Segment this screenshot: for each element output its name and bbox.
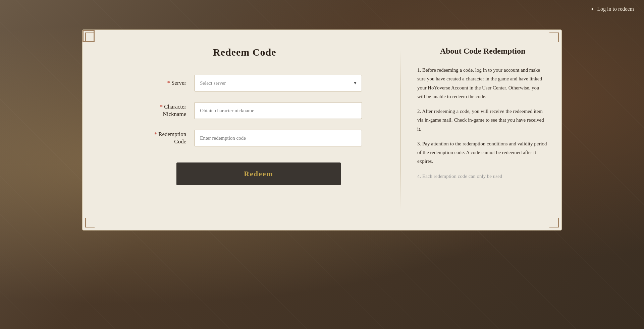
nickname-label: *CharacterNickname [127, 103, 194, 118]
corner-br-decoration [549, 218, 559, 227]
info-point-1: 1. Before redeeming a code, log in to yo… [417, 66, 548, 101]
redemption-code-input[interactable] [194, 130, 362, 146]
main-card: Redeem Code *Server Select server Americ… [82, 29, 562, 231]
server-required-marker: * [167, 80, 170, 86]
star-icon: ✦ [590, 6, 594, 12]
info-title: About Code Redemption [417, 47, 548, 56]
info-point-3: 3. Pay attention to the redemption condi… [417, 139, 548, 166]
server-select-wrapper: Select server America Europe Asia TW/HK/… [194, 75, 362, 91]
server-form-group: *Server Select server America Europe Asi… [127, 75, 362, 91]
redemption-label: *RedemptionCode [127, 131, 194, 145]
nickname-input[interactable] [194, 102, 362, 119]
info-point-2: 2. After redeeming a code, you will rece… [417, 107, 548, 133]
left-panel: Redeem Code *Server Select server Americ… [83, 30, 400, 230]
corner-tr-decoration [549, 32, 559, 42]
login-label: Log in to redeem [597, 6, 634, 12]
redemption-required-marker: * [154, 131, 157, 137]
info-content: 1. Before redeeming a code, log in to yo… [417, 66, 548, 181]
server-select[interactable]: Select server America Europe Asia TW/HK/… [194, 75, 362, 91]
corner-bl-decoration [85, 218, 95, 227]
server-label: *Server [127, 79, 194, 87]
redemption-form-group: *RedemptionCode [127, 130, 362, 146]
login-button[interactable]: ✦ Log in to redeem [580, 0, 644, 18]
info-point-4: 4. Each redemption code can only be used [417, 172, 548, 181]
nickname-form-group: *CharacterNickname [127, 102, 362, 119]
corner-tl-decoration [85, 32, 95, 42]
nickname-required-marker: * [160, 104, 163, 110]
right-panel: About Code Redemption 1. Before redeemin… [400, 30, 561, 230]
form-title: Redeem Code [213, 47, 276, 58]
redeem-button[interactable]: Redeem [176, 162, 341, 185]
